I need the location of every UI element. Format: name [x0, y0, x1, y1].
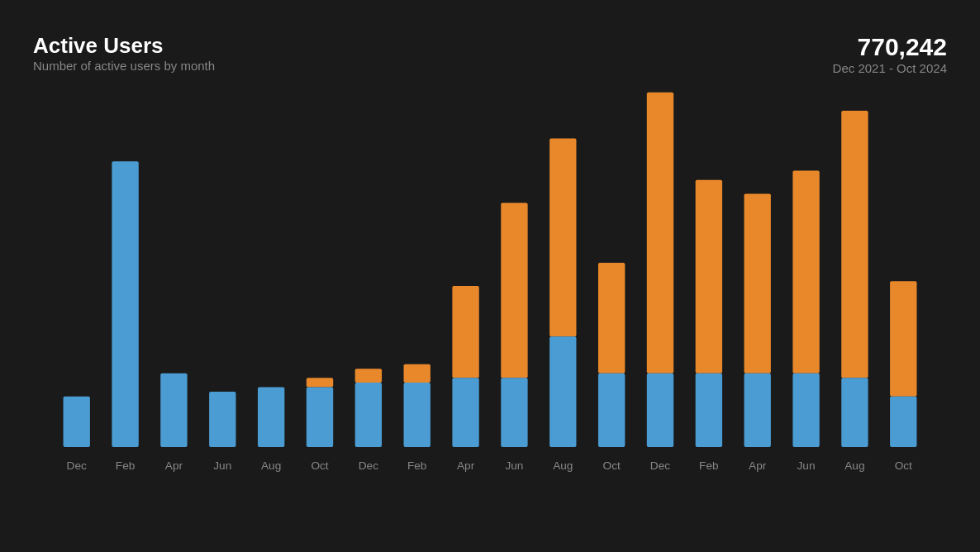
svg-rect-41 [792, 374, 819, 447]
total-value: 770,242 [833, 33, 947, 61]
svg-rect-17 [404, 383, 431, 447]
svg-rect-11 [307, 388, 333, 447]
header-left: Active Users Number of active users by m… [33, 33, 215, 76]
chart-header: Active Users Number of active users by m… [33, 33, 947, 76]
date-range: Dec 2021 - Oct 2024 [833, 61, 947, 75]
svg-rect-26 [549, 336, 576, 447]
svg-rect-0 [64, 397, 90, 447]
bar-chart-svg: DecFebAprJunAugOctDecFebAprJunAugOctDecF… [33, 84, 947, 479]
svg-text:Dec: Dec [650, 459, 670, 472]
chart-area: DecFebAprJunAugOctDecFebAprJunAugOctDecF… [33, 84, 947, 479]
svg-text:Aug: Aug [844, 459, 864, 472]
svg-text:Apr: Apr [165, 459, 183, 472]
svg-rect-6 [209, 392, 235, 447]
svg-rect-8 [258, 388, 284, 447]
svg-text:Dec: Dec [359, 459, 378, 472]
svg-rect-28 [598, 263, 625, 374]
svg-text:Jun: Jun [213, 459, 231, 472]
svg-text:Oct: Oct [895, 459, 912, 472]
svg-rect-38 [745, 374, 771, 447]
chart-container: Active Users Number of active users by m… [0, 0, 980, 552]
svg-rect-19 [452, 286, 478, 378]
svg-rect-2 [112, 161, 138, 447]
svg-rect-34 [696, 180, 722, 374]
header-right: 770,242 Dec 2021 - Oct 2024 [833, 33, 947, 75]
svg-rect-14 [355, 383, 382, 447]
svg-text:Oct: Oct [311, 459, 328, 472]
svg-text:Aug: Aug [261, 459, 281, 472]
svg-rect-20 [452, 378, 478, 447]
svg-rect-13 [355, 369, 382, 383]
svg-rect-16 [404, 364, 431, 383]
svg-text:Dec: Dec [67, 459, 87, 472]
svg-rect-47 [890, 397, 916, 447]
svg-rect-4 [160, 374, 187, 447]
svg-rect-29 [598, 374, 625, 447]
svg-text:Feb: Feb [116, 459, 136, 472]
svg-rect-46 [890, 281, 916, 396]
svg-text:Apr: Apr [457, 459, 475, 472]
chart-title: Active Users [33, 33, 215, 59]
svg-text:Feb: Feb [699, 459, 719, 472]
svg-text:Jun: Jun [505, 459, 523, 472]
svg-text:Apr: Apr [749, 459, 767, 472]
svg-rect-43 [841, 111, 868, 378]
svg-text:Jun: Jun [797, 459, 816, 472]
chart-subtitle: Number of active users by month [33, 59, 215, 73]
svg-rect-32 [647, 374, 673, 447]
svg-rect-25 [549, 138, 576, 336]
svg-rect-37 [745, 193, 771, 373]
svg-rect-40 [792, 171, 819, 374]
svg-rect-31 [647, 93, 673, 374]
svg-rect-22 [501, 203, 527, 378]
svg-rect-10 [307, 378, 333, 387]
svg-rect-44 [841, 378, 868, 447]
svg-rect-23 [501, 378, 527, 447]
svg-text:Aug: Aug [553, 459, 573, 472]
svg-rect-35 [696, 374, 722, 447]
svg-text:Oct: Oct [603, 459, 621, 472]
svg-text:Feb: Feb [407, 459, 427, 472]
